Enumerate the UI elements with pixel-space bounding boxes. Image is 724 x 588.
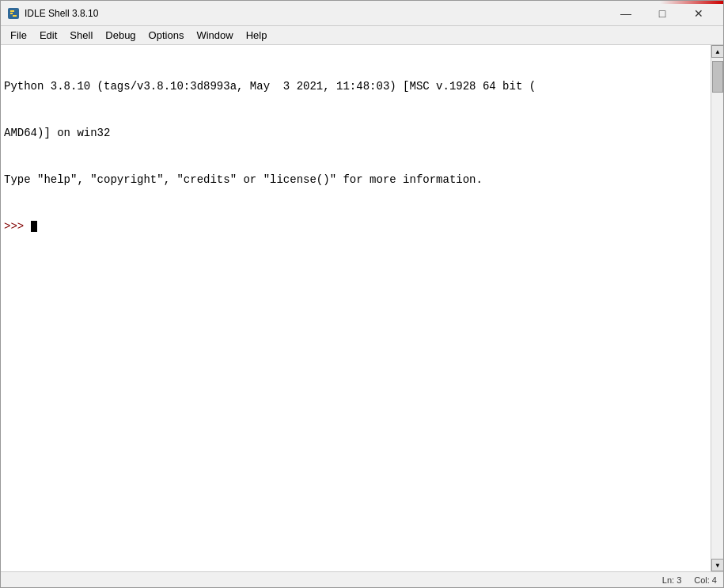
status-line: Ln: 3	[662, 575, 681, 585]
cursor	[31, 221, 37, 232]
title-accent	[660, 1, 723, 4]
menu-window[interactable]: Window	[190, 26, 239, 44]
svg-rect-2	[10, 13, 13, 14]
maximize-icon: □	[659, 7, 665, 20]
menu-debug[interactable]: Debug	[99, 26, 142, 44]
menu-file[interactable]: File	[4, 26, 33, 44]
menu-options[interactable]: Options	[142, 26, 191, 44]
title-bar: IDLE Shell 3.8.10 — □ ✕	[1, 1, 723, 26]
output-line-2: AMD64)] on win32	[4, 126, 707, 142]
output-line-1: Python 3.8.10 (tags/v3.8.10:3d8993a, May…	[4, 79, 707, 95]
menu-shell[interactable]: Shell	[63, 26, 99, 44]
close-icon: ✕	[694, 7, 703, 20]
shell-content[interactable]: Python 3.8.10 (tags/v3.8.10:3d8993a, May…	[1, 45, 711, 571]
prompt-symbol: >>>	[4, 219, 31, 235]
minimize-icon: —	[620, 7, 631, 20]
status-bar: Ln: 3 Col: 4	[1, 571, 723, 587]
menu-edit[interactable]: Edit	[33, 26, 63, 44]
svg-rect-0	[8, 8, 19, 19]
window-controls: — □ ✕	[608, 1, 717, 26]
app-icon	[7, 7, 20, 20]
menu-bar: File Edit Shell Debug Options Window Hel…	[1, 26, 723, 45]
prompt-line[interactable]: >>>	[4, 219, 707, 235]
minimize-button[interactable]: —	[608, 1, 644, 26]
svg-rect-1	[10, 10, 14, 12]
output-line-3: Type "help", "copyright", "credits" or "…	[4, 173, 707, 188]
main-window: IDLE Shell 3.8.10 — □ ✕ File Edit Shell …	[0, 0, 724, 588]
menu-help[interactable]: Help	[240, 26, 274, 44]
scroll-up-arrow[interactable]: ▲	[711, 45, 723, 58]
idle-icon-svg	[7, 7, 20, 20]
scrollbar[interactable]: ▲ ▼	[711, 45, 723, 571]
window-title: IDLE Shell 3.8.10	[25, 8, 608, 19]
shell-area: Python 3.8.10 (tags/v3.8.10:3d8993a, May…	[1, 45, 723, 571]
scroll-down-arrow[interactable]: ▼	[711, 559, 723, 571]
scrollbar-track[interactable]	[711, 58, 723, 559]
scrollbar-thumb[interactable]	[712, 61, 723, 93]
close-button[interactable]: ✕	[680, 1, 717, 26]
maximize-button[interactable]: □	[644, 1, 680, 26]
svg-rect-3	[13, 15, 17, 17]
status-col: Col: 4	[694, 575, 717, 585]
